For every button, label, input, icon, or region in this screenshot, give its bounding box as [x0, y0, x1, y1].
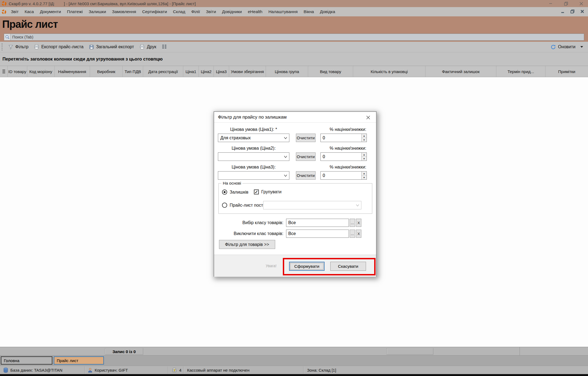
- spin-down-icon[interactable]: ▼: [362, 157, 367, 161]
- class-exclude-label: Виключити клас товарів:: [218, 231, 283, 236]
- menu-bar: Звіт Каса Документи Платежі Залишки Замо…: [0, 7, 588, 16]
- column-header-qty-per-pack[interactable]: Кількість в упаковці: [353, 66, 425, 77]
- export-pricelist-button[interactable]: Експорт прайс-листа: [31, 43, 86, 51]
- printer-icon: [139, 44, 145, 50]
- spin-up-icon[interactable]: ▲: [362, 172, 367, 176]
- mdi-restore-icon[interactable]: [569, 8, 576, 15]
- menu-item-dokumenty[interactable]: Документи: [37, 9, 64, 14]
- status-separator: [303, 366, 304, 374]
- menu-item-dovidka[interactable]: Довідка: [317, 9, 338, 14]
- markup1-spinner: ▲▼: [320, 134, 367, 142]
- chevron-down-icon[interactable]: [580, 46, 583, 48]
- groupby-hint: Перетягніть заголовок колонки сюди для у…: [2, 56, 163, 62]
- menu-item-nalashtuvannya[interactable]: Налаштування: [265, 9, 301, 14]
- row-selector-icon[interactable]: [0, 66, 8, 77]
- class-exclude-browse-button[interactable]: …: [350, 230, 355, 238]
- column-header-morion-code[interactable]: Код моріону: [27, 66, 55, 77]
- table-header: ID товару Код моріону Найменування Вироб…: [0, 66, 588, 77]
- menu-item-dovidnyky[interactable]: Довідники: [219, 9, 245, 14]
- column-header-manufacturer[interactable]: Виробник: [90, 66, 123, 77]
- column-header-actual-stock[interactable]: Фактичний залишок: [425, 66, 496, 77]
- tab-home[interactable]: Головна: [1, 356, 52, 365]
- database-icon: [3, 368, 8, 373]
- mdi-minimize-icon[interactable]: [559, 8, 566, 15]
- dialog-close-icon[interactable]: [365, 114, 372, 121]
- menu-item-zalyshky[interactable]: Залишки: [86, 9, 109, 14]
- columns-button[interactable]: [159, 43, 170, 50]
- class-select-field[interactable]: Все: [286, 219, 349, 227]
- menu-item-zvity[interactable]: Звіти: [203, 9, 219, 14]
- markup2-input[interactable]: [321, 153, 361, 161]
- refresh-button[interactable]: Оновити: [548, 43, 578, 51]
- dialog-title: Фільтр для прайсу по залишкам: [218, 115, 287, 120]
- column-header-product-kind[interactable]: Вид товару: [308, 66, 353, 77]
- menu-item-sklad[interactable]: Склад: [170, 9, 188, 14]
- price-condition1-select[interactable]: Для страховых: [218, 134, 289, 142]
- column-header-id[interactable]: ID товару: [8, 66, 27, 77]
- spin-down-icon[interactable]: ▼: [362, 138, 367, 142]
- menu-item-ehealth[interactable]: eHealth: [245, 9, 265, 14]
- column-header-price-group[interactable]: Цінова група: [266, 66, 308, 77]
- tab-price-list[interactable]: Прайс лист: [54, 356, 104, 365]
- column-header-notes[interactable]: Примітки: [545, 66, 588, 77]
- spin-up-icon[interactable]: ▲: [362, 134, 367, 138]
- menu-item-vikna[interactable]: Вікна: [301, 9, 317, 14]
- menu-item-filii[interactable]: Філії: [188, 9, 203, 14]
- price-condition2-select[interactable]: [218, 152, 289, 161]
- general-export-button[interactable]: Загальний експорт: [86, 43, 137, 51]
- status-database: База даних: TASA3@TITAN: [3, 366, 62, 374]
- columns-icon: [162, 44, 167, 49]
- menu-item-zvit[interactable]: Звіт: [8, 9, 22, 14]
- class-select-browse-button[interactable]: …: [350, 219, 355, 227]
- print-button[interactable]: Друк: [137, 43, 159, 51]
- status-separator: [183, 366, 184, 374]
- markup3-input[interactable]: [321, 172, 361, 179]
- column-header-shelf-life[interactable]: Термін прид...: [496, 66, 545, 77]
- column-header-name[interactable]: Найменування: [55, 66, 90, 77]
- column-header-registration-date[interactable]: Дата реєстрації: [143, 66, 183, 77]
- menu-item-sertyfikaty[interactable]: Сертифікати: [139, 9, 170, 14]
- class-select-clear-button[interactable]: X: [356, 219, 361, 227]
- search-icon: [4, 34, 11, 40]
- clear1-button[interactable]: Очистити: [296, 134, 316, 142]
- column-header-price1[interactable]: Ціна1: [183, 66, 199, 77]
- minimize-icon[interactable]: [548, 1, 554, 6]
- submit-button[interactable]: Сформувати: [289, 262, 325, 271]
- spin-up-icon[interactable]: ▲: [362, 153, 367, 157]
- filter-button[interactable]: Фільтр: [5, 43, 31, 51]
- spin-down-icon[interactable]: ▼: [362, 176, 367, 179]
- clear3-button[interactable]: Очистити: [296, 171, 316, 180]
- cancel-button[interactable]: Скасувати: [330, 262, 366, 271]
- toolbar: Фільтр Експорт прайс-листа Загальний екс…: [0, 42, 588, 52]
- class-exclude-field[interactable]: Все: [286, 230, 349, 238]
- menu-item-zamovlennya[interactable]: Замовлення: [109, 9, 139, 14]
- markup2-label: % націнки/знижки:: [329, 146, 366, 151]
- class-exclude-clear-button[interactable]: X: [356, 230, 361, 238]
- menu-item-platezhi[interactable]: Платежі: [64, 9, 86, 14]
- status-cash-register: Кассовый аппарат не подключен: [187, 366, 250, 374]
- restore-icon[interactable]: [563, 1, 569, 6]
- dialog-footer: Увага! Сформувати Скасувати: [214, 255, 376, 277]
- floppy-save-icon: [89, 44, 94, 50]
- basis-groupbox: На основі Залишків ✓ Групувати Прайс-лис…: [218, 183, 372, 214]
- supplier-pricelist-select[interactable]: [263, 201, 361, 209]
- column-header-storage-conditions[interactable]: Умови зберігання: [229, 66, 266, 77]
- basis-stock-radio[interactable]: Залишків: [222, 189, 248, 195]
- group-checkbox[interactable]: ✓ Групувати: [254, 189, 281, 194]
- menu-item-kasa[interactable]: Каса: [22, 9, 37, 14]
- mdi-close-icon[interactable]: [579, 8, 586, 15]
- price2-label: Цінова умова (Ціна2):: [218, 146, 289, 151]
- search-input[interactable]: [11, 34, 584, 40]
- chevron-down-icon: [284, 175, 287, 177]
- clear2-button[interactable]: Очистити: [296, 152, 316, 161]
- column-header-vat-type[interactable]: Тип ПДВ: [123, 66, 143, 77]
- column-header-price3[interactable]: Ціна3: [214, 66, 229, 77]
- chevron-down-icon: [356, 204, 359, 206]
- status-user: Користувач: GIFT: [88, 366, 128, 374]
- search-row: [0, 32, 588, 42]
- column-header-price2[interactable]: Ціна2: [199, 66, 214, 77]
- product-filter-button[interactable]: Фільтр для товарів >>: [219, 240, 275, 249]
- close-icon[interactable]: [578, 1, 584, 6]
- price-condition3-select[interactable]: [218, 171, 289, 180]
- markup1-input[interactable]: [321, 134, 361, 142]
